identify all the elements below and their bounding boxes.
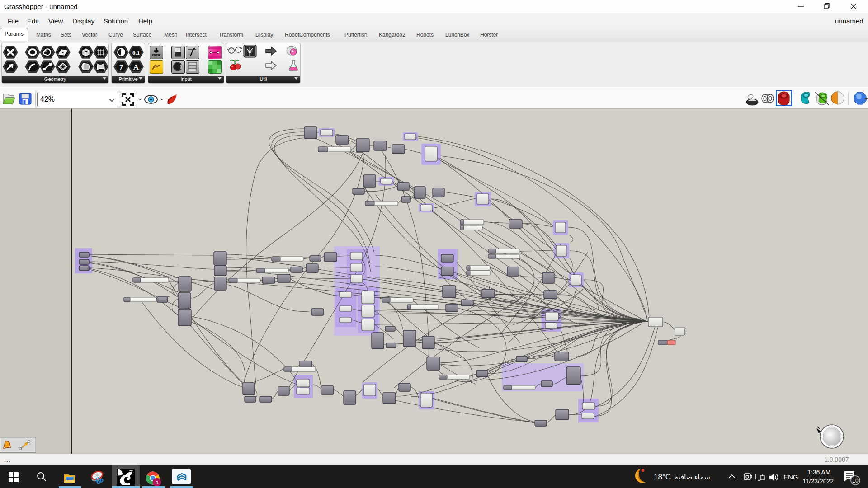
svg-text:A: A — [133, 63, 139, 71]
svg-text:a: a — [156, 479, 159, 486]
svg-text:7: 7 — [119, 63, 123, 71]
svg-text:0.1: 0.1 — [132, 49, 140, 56]
svg-text:10: 10 — [852, 478, 859, 484]
